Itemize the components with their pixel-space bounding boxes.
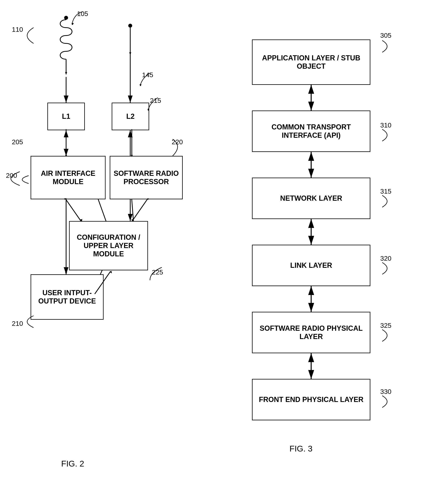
link-layer-box: LINK LAYER [252, 245, 370, 286]
svg-point-8 [64, 16, 68, 20]
network-layer-box: NETWORK LAYER [252, 178, 370, 219]
ref-205: 205 [12, 138, 23, 146]
l2-box: L2 [112, 103, 149, 130]
fig2-label: FIG. 2 [61, 459, 84, 469]
svg-marker-15 [140, 84, 142, 86]
l1-box: L1 [47, 103, 85, 130]
svg-marker-21 [131, 129, 133, 130]
svg-marker-14 [71, 23, 74, 25]
svg-marker-30 [65, 272, 67, 274]
ref-305: 305 [380, 32, 392, 39]
front-end-box: FRONT END PHYSICAL LAYER [252, 379, 370, 420]
fig3-label: FIG. 3 [289, 444, 313, 454]
svg-line-31 [95, 271, 110, 294]
svg-line-26 [132, 198, 148, 221]
software-radio-processor-box: SOFTWARE RADIO PROCESSOR [110, 156, 183, 199]
svg-marker-13 [129, 52, 131, 55]
common-transport-box: COMMON TRANSPORT INTERFACE (API) [252, 110, 370, 152]
svg-marker-16 [147, 109, 149, 111]
svg-marker-32 [110, 271, 112, 273]
svg-point-11 [128, 24, 132, 28]
svg-marker-22 [131, 155, 133, 157]
svg-marker-28 [131, 219, 134, 222]
svg-marker-10 [65, 72, 67, 75]
sw-radio-physical-box: SOFTWARE RADIO PHYSICAL LAYER [252, 312, 370, 353]
app-layer-box: APPLICATION LAYER / STUB OBJECT [252, 39, 370, 85]
svg-marker-18 [65, 129, 67, 130]
config-upper-layer-box: CONFIGURATION / UPPER LAYER MODULE [69, 221, 148, 270]
air-interface-box: AIR INTERFACE MODULE [31, 156, 106, 199]
